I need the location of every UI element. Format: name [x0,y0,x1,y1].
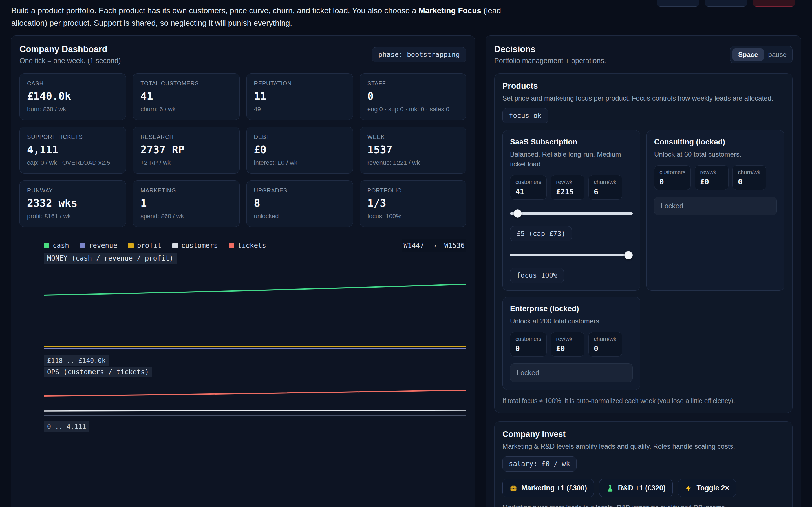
locked-button[interactable]: Locked [510,363,633,382]
cash-swatch-icon [44,243,49,248]
stat-label: MARKETING [140,187,232,194]
stat-sub: burn: £60 / wk [27,106,118,113]
mini-stat-value: £0 [556,344,579,353]
invest-button-label: R&D +1 (£320) [618,484,666,492]
products-section: Products Set price and marketing focus p… [494,73,793,413]
focus-badge: focus 100% [510,268,564,283]
stat-revenue: rev/wk £0 [695,165,728,190]
legend-item-tickets: tickets [229,242,266,249]
price-badge: £5 (cap £73) [510,226,572,241]
legend-label: tickets [238,242,266,249]
stat-value: 0 [367,90,459,102]
stat-card-portfolio: PORTFOLIO 1/3 focus: 100% [360,180,466,227]
stat-card-reputation: REPUTATION 11 49 [246,73,353,120]
mini-stat-label: customers [515,179,541,185]
mini-stat-label: churn/wk [738,169,761,175]
stat-value: 1537 [367,144,459,156]
stat-card-support-tickets: SUPPORT TICKETS 4,111 cap: 0 / wk · OVER… [19,127,126,173]
invest-button-label: Toggle 2× [697,484,729,492]
product-card-consulting: Consulting (locked) Unlock at 60 total c… [647,130,784,291]
legend-item-revenue: revenue [80,242,117,249]
stat-sub: profit: £161 / wk [27,213,118,220]
tickets-swatch-icon [229,243,234,248]
locked-button[interactable]: Locked [654,196,777,216]
mini-stat-value: £0 [700,178,723,186]
pause-control[interactable]: Space pause [730,46,793,63]
decisions-panel: Decisions Portfolio management + operati… [486,36,801,507]
mini-stat-label: customers [515,336,541,342]
product-title: SaaS Subscription [510,138,633,147]
stat-label: SUPPORT TICKETS [27,134,118,140]
price-slider[interactable] [510,209,633,218]
mini-stat-value: 0 [515,344,541,353]
mini-stat-value: 0 [659,178,686,186]
stat-value: 2737 RP [140,144,232,156]
stat-label: RUNWAY [27,187,118,194]
stat-label: WEEK [367,134,459,140]
decisions-header: Decisions Portfolio management + operati… [494,44,793,65]
dashboard-subtitle: One tick = one week. (1 second) [19,57,121,65]
stat-sub: unlocked [254,213,345,220]
profit-swatch-icon [128,243,134,248]
focus-slider[interactable] [510,251,633,260]
stat-card-total-customers: TOTAL CUSTOMERS 41 churn: 6 / wk [133,73,239,120]
stat-card-debt: DEBT £0 interest: £0 / wk [246,127,353,173]
mini-stat-value: 6 [594,187,617,196]
stat-churn: churn/wk 0 [589,332,622,356]
intro-text: Build a product portfolio. Each product … [11,4,516,29]
mini-stat-label: churn/wk [594,336,617,342]
stat-value: 2332 wks [27,197,118,209]
ops-range-label: 0 .. 4,111 [44,421,89,432]
ops-chart [44,382,466,418]
stat-value: 11 [254,90,345,102]
stat-sub: spend: £60 / wk [140,213,232,220]
stat-revenue: rev/wk £0 [551,332,585,356]
stat-sub: eng 0 · sup 0 · mkt 0 · sales 0 [367,106,459,113]
product-stats: customers 0 rev/wk £0 churn/wk 0 [510,332,633,356]
stat-sub: revenue: £221 / wk [367,159,459,166]
mini-stat-label: rev/wk [556,179,579,185]
topbar-button-danger[interactable] [753,0,795,7]
legend-label: profit [137,242,161,249]
stat-value: 4,111 [27,144,118,156]
dashboard-title: Company Dashboard [19,44,121,54]
stats-grid: CASH £140.0k burn: £60 / wk TOTAL CUSTOM… [19,73,466,227]
mini-stat-value: 0 [594,344,617,353]
legend-item-cash: cash [44,242,69,249]
company-dashboard-panel: Company Dashboard One tick = one week. (… [11,36,475,507]
invest-buttons: Marketing +1 (£300) R&D +1 (£320) Toggle… [502,479,784,497]
stat-customers: customers 0 [654,165,691,190]
space-keycap: Space [732,48,764,61]
product-title: Enterprise (locked) [510,304,633,313]
pause-label: pause [768,51,786,59]
product-card-saas: SaaS Subscription Balanced. Reliable lon… [502,130,640,291]
stat-revenue: rev/wk £215 [551,175,585,200]
marketing-plus-button[interactable]: Marketing +1 (£300) [502,479,594,497]
mini-stat-label: rev/wk [700,169,723,175]
legend-item-profit: profit [128,242,161,249]
stat-card-week: WEEK 1537 revenue: £221 / wk [360,127,466,173]
mini-stat-label: customers [659,169,686,175]
topbar-button-1[interactable] [657,0,699,7]
company-invest-section: Company Invest Marketing & R&D levels am… [494,421,793,507]
customers-swatch-icon [172,243,178,248]
product-grid: SaaS Subscription Balanced. Reliable lon… [502,130,784,390]
stat-label: DEBT [254,134,345,140]
money-chart-title: MONEY (cash / revenue / profit) [44,253,177,264]
toggle-speed-button[interactable]: Toggle 2× [678,479,737,497]
stat-label: REPUTATION [254,80,345,87]
rnd-plus-button[interactable]: R&D +1 (£320) [599,479,673,497]
invest-caption: Marketing gives more leads to allocate. … [502,504,784,507]
legend-label: revenue [89,242,117,249]
mini-stat-value: 0 [738,178,761,186]
stat-value: 41 [140,90,232,102]
topbar-button-2[interactable] [705,0,747,7]
intro-part1: Build a product portfolio. Each product … [11,6,418,15]
decisions-title: Decisions [494,44,606,54]
stat-churn: churn/wk 0 [732,165,766,190]
stat-card-cash: CASH £140.0k burn: £60 / wk [19,73,126,120]
stat-card-runway: RUNWAY 2332 wks profit: £161 / wk [19,180,126,227]
decisions-subtitle: Portfolio management + operations. [494,57,606,65]
product-description: Unlock at 200 total customers. [510,316,633,326]
stat-value: 8 [254,197,345,209]
